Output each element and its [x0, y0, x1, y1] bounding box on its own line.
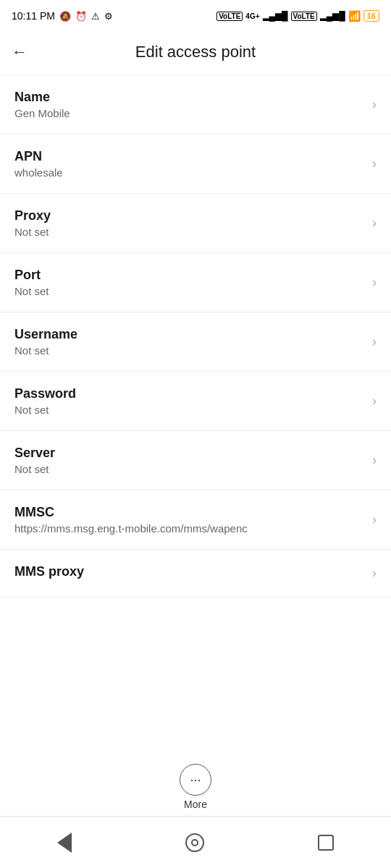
page-header: ← Edit access point: [0, 29, 391, 75]
settings-item-mmsc[interactable]: MMSChttps://mms.msg.eng.t-mobile.com/mms…: [0, 490, 391, 550]
item-label-1: APN: [14, 149, 366, 164]
item-label-6: Server: [14, 446, 366, 461]
chevron-icon-5: ›: [372, 393, 377, 409]
alarm-icon: ⏰: [75, 11, 87, 22]
signal-bars2-icon: ▂▄▆█: [320, 11, 345, 21]
chevron-icon-4: ›: [372, 334, 377, 349]
settings-item-name[interactable]: NameGen Mobile›: [0, 75, 391, 135]
time-text: 10:11 PM: [12, 10, 55, 22]
nav-recents-button[interactable]: [300, 829, 351, 856]
item-value-6: Not set: [14, 463, 366, 475]
nav-recents-icon: [318, 835, 334, 851]
item-label-7: MMSC: [14, 505, 366, 520]
item-value-2: Not set: [14, 226, 366, 238]
nav-home-icon: [185, 833, 204, 852]
status-right: VoLTE 4G+ ▂▄▆█ VoLTE ▂▄▆█ 📶 16: [216, 10, 379, 22]
chevron-icon-7: ›: [372, 512, 377, 527]
more-label: More: [184, 799, 207, 810]
item-label-0: Name: [14, 90, 366, 105]
nav-home-inner: [191, 839, 198, 846]
settings-icon: ⚙: [104, 11, 113, 22]
item-label-5: Password: [14, 386, 366, 401]
chevron-icon-6: ›: [372, 453, 377, 468]
lte-icon: VoLTE: [216, 12, 243, 21]
battery-indicator: 16: [363, 10, 379, 22]
item-value-0: Gen Mobile: [14, 107, 366, 119]
settings-item-proxy[interactable]: ProxyNot set›: [0, 194, 391, 253]
back-button[interactable]: ←: [12, 43, 28, 61]
item-value-7: https://mms.msg.eng.t-mobile.com/mms/wap…: [14, 522, 366, 535]
page-title: Edit access point: [39, 43, 352, 61]
settings-item-apn[interactable]: APNwholesale›: [0, 135, 391, 194]
settings-item-port[interactable]: PortNot set›: [0, 253, 391, 312]
signal-bars-icon: ▂▄▆█: [263, 11, 288, 21]
settings-item-password[interactable]: PasswordNot set›: [0, 372, 391, 431]
item-value-1: wholesale: [14, 166, 366, 179]
item-label-4: Username: [14, 327, 366, 342]
nav-home-button[interactable]: [168, 827, 222, 858]
item-value-4: Not set: [14, 344, 366, 357]
nav-back-icon: [57, 833, 72, 853]
wifi-icon: 📶: [348, 10, 361, 22]
chevron-icon-1: ›: [372, 156, 377, 171]
settings-list: NameGen Mobile›APNwholesale›ProxyNot set…: [0, 75, 391, 597]
item-label-2: Proxy: [14, 208, 366, 224]
status-time: 10:11 PM 🔕 ⏰ ⚠ ⚙: [12, 10, 113, 22]
item-label-3: Port: [14, 268, 366, 283]
lte2-icon: VoLTE: [291, 12, 317, 21]
nav-back-button[interactable]: [40, 827, 89, 859]
navigation-bar: [0, 816, 391, 868]
warning-icon: ⚠: [91, 11, 100, 22]
chevron-icon-2: ›: [372, 216, 377, 231]
more-icon: ···: [180, 764, 211, 796]
chevron-icon-3: ›: [372, 275, 377, 290]
chevron-icon-0: ›: [372, 97, 377, 112]
chevron-icon-8: ›: [372, 566, 377, 581]
more-button[interactable]: ··· More: [180, 764, 211, 810]
item-value-5: Not set: [14, 404, 366, 416]
status-bar: 10:11 PM 🔕 ⏰ ⚠ ⚙ VoLTE 4G+ ▂▄▆█ VoLTE ▂▄…: [0, 0, 391, 29]
mute-icon: 🔕: [59, 11, 71, 22]
settings-item-mms-proxy[interactable]: MMS proxy›: [0, 550, 391, 597]
signal-4g-icon: 4G+: [245, 12, 259, 20]
item-value-3: Not set: [14, 285, 366, 297]
settings-item-server[interactable]: ServerNot set›: [0, 431, 391, 490]
settings-item-username[interactable]: UsernameNot set›: [0, 312, 391, 372]
item-label-8: MMS proxy: [14, 564, 366, 579]
